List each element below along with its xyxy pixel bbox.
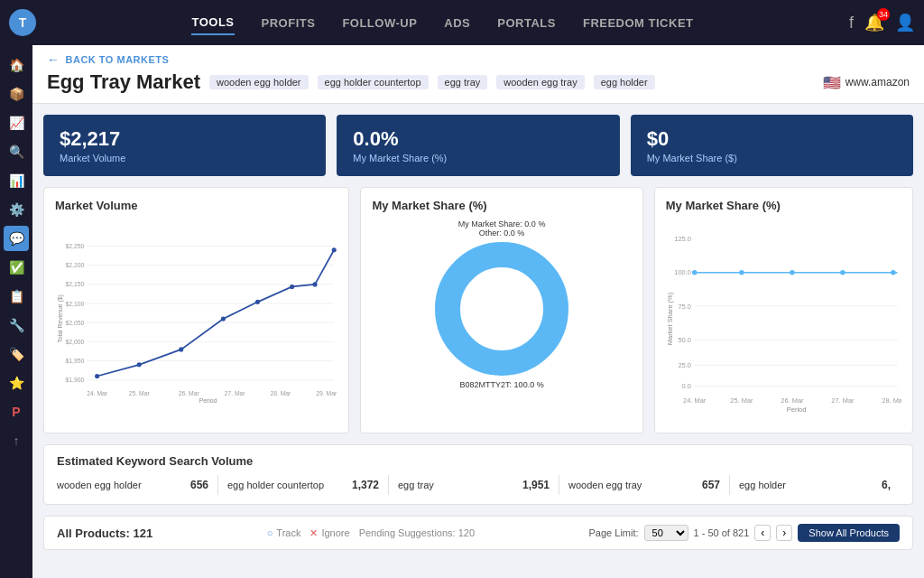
- market-share-pct-title: My Market Share (%): [372, 199, 631, 212]
- svg-point-17: [137, 362, 142, 367]
- tag-egg-holder-countertop[interactable]: egg holder countertop: [318, 75, 429, 89]
- keyword-name-2: egg tray: [398, 480, 515, 490]
- market-share-pct-chart: My Market Share (%) My Market Share: 0.0…: [360, 187, 642, 434]
- tag-egg-holder[interactable]: egg holder: [594, 75, 655, 89]
- svg-point-16: [95, 374, 99, 378]
- page-range: 1 - 50 of 821: [694, 527, 750, 538]
- prev-page-button[interactable]: ‹: [754, 525, 771, 541]
- nav-icons: f 🔔 34 👤: [849, 13, 915, 33]
- user-icon[interactable]: 👤: [895, 13, 915, 33]
- sidebar-item-home[interactable]: 🏠: [4, 52, 29, 78]
- keyword-title: Estimated Keyword Search Volume: [57, 454, 900, 468]
- ignore-button[interactable]: ✕ Ignore: [310, 527, 349, 539]
- nav-portals[interactable]: PORTALS: [497, 12, 556, 34]
- nav-follow-up[interactable]: FOLLOW-UP: [342, 12, 417, 34]
- keyword-value-2: 1,951: [522, 479, 550, 491]
- market-share-dollar-title: My Market Share (%): [666, 199, 901, 212]
- keyword-row: wooden egg holder 656 egg holder counter…: [57, 475, 900, 495]
- sidebar-item-settings[interactable]: ⚙️: [4, 197, 29, 222]
- main-content: ← BACK TO MARKETS Egg Tray Market wooden…: [32, 45, 924, 578]
- sidebar-item-favorites[interactable]: ⭐: [4, 370, 29, 396]
- svg-point-47: [739, 270, 744, 275]
- back-arrow-icon: ←: [47, 52, 60, 67]
- sidebar-item-analytics[interactable]: 📈: [4, 110, 29, 135]
- stat-market-share-pct: 0.0% My Market Share (%): [337, 115, 619, 176]
- svg-text:125.0: 125.0: [674, 235, 691, 243]
- market-volume-chart: Market Volume $2,250 $2,200 $2,150 $2,10…: [43, 187, 349, 434]
- pagination: Page Limit: 50 100 200 1 - 50 of 821 ‹ ›…: [589, 524, 900, 542]
- svg-text:$2,050: $2,050: [65, 320, 84, 326]
- svg-text:$2,250: $2,250: [65, 243, 84, 249]
- sidebar-item-p[interactable]: P: [4, 399, 29, 424]
- sidebar-item-tasks[interactable]: ✅: [4, 255, 29, 280]
- stat-market-volume-label: Market Volume: [60, 153, 310, 163]
- svg-text:Period: Period: [199, 397, 217, 404]
- keyword-item-2: egg tray 1,951: [389, 475, 559, 495]
- svg-text:29. Mar: 29. Mar: [316, 390, 337, 396]
- top-navigation: T TOOLS PROFITS FOLLOW-UP ADS PORTALS FR…: [0, 0, 924, 45]
- svg-text:Period: Period: [787, 406, 807, 414]
- keyword-name-3: wooden egg tray: [568, 480, 695, 490]
- sidebar-item-search[interactable]: 🔍: [4, 139, 29, 164]
- svg-text:0.0: 0.0: [681, 382, 690, 390]
- sidebar-item-reports[interactable]: 📋: [4, 284, 29, 309]
- keyword-item-4: egg holder 6,: [730, 475, 900, 495]
- tag-wooden-egg-holder[interactable]: wooden egg holder: [209, 75, 309, 89]
- sidebar-item-tags[interactable]: 🏷️: [4, 341, 29, 367]
- svg-text:$2,100: $2,100: [65, 301, 84, 307]
- keyword-name-0: wooden egg holder: [57, 480, 183, 490]
- svg-point-23: [332, 247, 337, 252]
- facebook-icon[interactable]: f: [849, 14, 854, 33]
- amazon-url: www.amazon: [845, 76, 910, 89]
- svg-point-21: [290, 284, 294, 289]
- svg-point-48: [790, 270, 795, 275]
- amazon-badge: 🇺🇸 www.amazon: [823, 74, 910, 91]
- sidebar: 🏠 📦 📈 🔍 📊 ⚙️ 💬 ✅ 📋 🔧 🏷️ ⭐ P ↑: [0, 45, 32, 578]
- sidebar-item-products[interactable]: 📦: [4, 81, 29, 107]
- market-share-svg: 125.0 100.0 75.0 50.0 25.0 0.0: [666, 219, 901, 418]
- ignore-icon: ✕: [310, 527, 318, 539]
- svg-point-46: [692, 270, 698, 275]
- nav-ads[interactable]: ADS: [444, 12, 470, 34]
- back-to-markets-link[interactable]: ← BACK TO MARKETS: [47, 52, 910, 67]
- svg-text:50.0: 50.0: [678, 336, 691, 344]
- stat-market-share-dollar-label: My Market Share ($): [647, 153, 897, 163]
- svg-text:24. Mar: 24. Mar: [87, 390, 108, 396]
- svg-text:28. Mar: 28. Mar: [270, 390, 291, 396]
- svg-text:26. Mar: 26. Mar: [179, 390, 200, 396]
- track-icon: ○: [267, 527, 273, 538]
- track-label: Track: [276, 527, 300, 538]
- stat-market-volume-value: $2,217: [60, 127, 310, 151]
- svg-point-19: [221, 316, 226, 321]
- show-all-products-button[interactable]: Show All Products: [798, 524, 900, 542]
- svg-text:75.0: 75.0: [678, 303, 691, 311]
- svg-text:100.0: 100.0: [674, 268, 691, 276]
- nav-freedom-ticket[interactable]: FREEDOM TICKET: [583, 12, 694, 34]
- keyword-section: Estimated Keyword Search Volume wooden e…: [43, 444, 913, 505]
- nav-tools[interactable]: TOOLS: [191, 11, 234, 35]
- products-title: All Products: 121: [57, 527, 152, 540]
- sidebar-item-tools[interactable]: 🔧: [4, 312, 29, 338]
- svg-point-20: [255, 300, 260, 304]
- ignore-label: Ignore: [321, 527, 349, 538]
- pending-text: Pending Suggestions: 120: [359, 527, 475, 538]
- sidebar-item-messages[interactable]: 💬: [4, 226, 29, 251]
- products-actions: ○ Track ✕ Ignore Pending Suggestions: 12…: [267, 527, 475, 539]
- keyword-name-1: egg holder countertop: [227, 480, 345, 490]
- page-limit-select[interactable]: 50 100 200: [644, 525, 688, 541]
- track-button[interactable]: ○ Track: [267, 527, 301, 538]
- nav-profits[interactable]: PROFITS: [262, 12, 316, 34]
- svg-point-18: [179, 347, 183, 351]
- nav-links: TOOLS PROFITS FOLLOW-UP ADS PORTALS FREE…: [191, 11, 693, 35]
- tag-egg-tray[interactable]: egg tray: [438, 75, 488, 89]
- market-share-dollar-chart: My Market Share (%) 125.0 100.0 75.0 50.…: [654, 187, 913, 434]
- stats-row: $2,217 Market Volume 0.0% My Market Shar…: [43, 115, 913, 176]
- market-volume-title: Market Volume: [55, 199, 337, 212]
- app-logo[interactable]: T: [9, 9, 36, 36]
- tag-wooden-egg-tray[interactable]: wooden egg tray: [496, 75, 584, 89]
- sidebar-item-upload[interactable]: ↑: [4, 428, 29, 453]
- notification-icon[interactable]: 🔔 34: [864, 13, 884, 33]
- stat-market-volume: $2,217 Market Volume: [43, 115, 326, 176]
- sidebar-item-charts[interactable]: 📊: [4, 168, 29, 193]
- next-page-button[interactable]: ›: [776, 525, 792, 541]
